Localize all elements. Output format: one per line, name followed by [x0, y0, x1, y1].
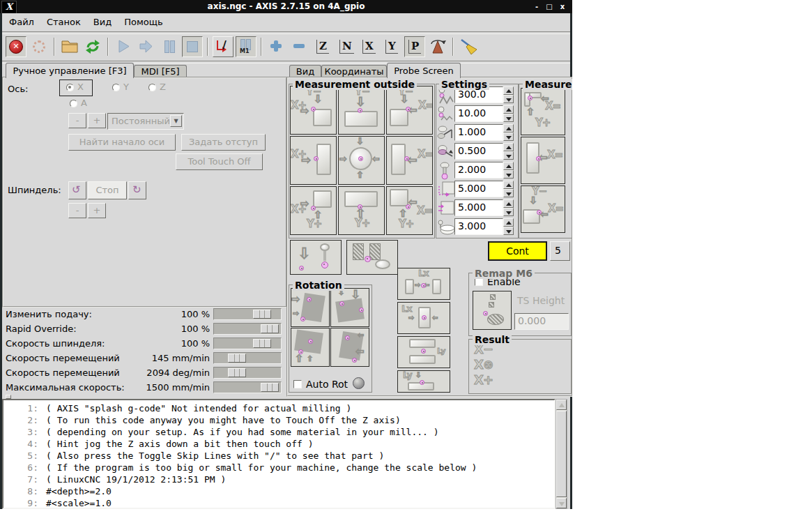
probe-point-icon — [420, 380, 424, 385]
spin-up-button[interactable] — [503, 162, 514, 170]
settings-entry[interactable]: 10.00 — [454, 105, 503, 122]
probe-point-icon — [308, 339, 313, 344]
ts-probe-button[interactable] — [473, 291, 512, 330]
gcode-text-area[interactable]: 1:( AXIS "splash g-code" Not intended fo… — [2, 399, 556, 509]
down-arrow-icon: ⇩ — [298, 246, 310, 262]
spin-down-button[interactable] — [503, 227, 514, 235]
probe-arrow-icon: ⇦ — [432, 314, 438, 321]
probe-xy-clearance-icon — [437, 143, 454, 160]
auto-rot-label: Auto Rot — [306, 379, 348, 390]
probe-outside-corner-xplus-yminus[interactable]: ⇨⇩Y−X+ — [290, 86, 337, 135]
probe-arrow-icon: ⇩ — [415, 372, 421, 379]
spin-down-button[interactable] — [503, 151, 514, 160]
spin-up-button[interactable] — [503, 199, 514, 208]
gcode-scrollbar[interactable] — [556, 399, 567, 509]
spin-down-button[interactable] — [503, 189, 514, 197]
spin-down-button[interactable] — [503, 208, 514, 216]
rotate-right-edge-button[interactable]: ⇦⇦ — [330, 328, 369, 367]
spin-down-button[interactable] — [503, 95, 514, 103]
probe-inside-edge-xminus[interactable]: ⇦X= — [521, 137, 565, 184]
probe-point-icon — [307, 297, 312, 302]
spin-up-button[interactable] — [503, 143, 514, 151]
axis-window: X axis.ngc - AXIS 2.7.15 on 4A_gpio - □ … — [0, 0, 572, 509]
touch-point-icon — [299, 266, 304, 271]
probe-jog-mode-combobox[interactable]: Cont — [488, 241, 547, 261]
rotate-front-edge-button[interactable]: ⇨⇨ — [291, 288, 330, 327]
probe-point-icon — [352, 358, 357, 363]
rotation-arrow-icon: ⇨ — [293, 310, 299, 317]
probe-outside-edge-yplus[interactable]: ⇧Y+ — [338, 186, 385, 235]
probe-outside-center-hole[interactable]: ⇩⇨⇦⇧ — [338, 136, 385, 185]
spin-up-button[interactable] — [503, 218, 514, 227]
length-label: Lx — [401, 304, 412, 313]
tool-length-measure-button[interactable] — [346, 240, 398, 275]
rotation-title: Rotation — [293, 280, 344, 291]
probe-outside-edge-xminus[interactable]: ⇦X= — [386, 136, 433, 185]
gcode-line-number: 8: — [5, 485, 38, 497]
scroll-down-button[interactable] — [556, 498, 567, 508]
rotate-left-edge-button[interactable]: ⇧⇧ — [291, 328, 330, 367]
travel-distance-icon — [437, 199, 454, 217]
gcode-line-text: ( Also press the Toggle Skip Lines with … — [46, 450, 384, 461]
rotate-back-edge-button[interactable]: ⇩⇩ — [330, 288, 369, 327]
length-x-outside-button[interactable]: ⇨⇦Lx — [397, 268, 450, 300]
ts-height-label: TS Height — [517, 295, 565, 306]
probe-outside-corner-xplus-yplus[interactable]: ⇨⇧X+Y+ — [290, 186, 337, 235]
gcode-line-text: #<depth>=2.0 — [46, 486, 112, 497]
spin-up-button[interactable] — [503, 181, 514, 189]
gcode-line-number: 7: — [5, 473, 38, 485]
edge-spinbox[interactable]: 5 — [550, 241, 570, 261]
spin-down-button[interactable] — [503, 132, 514, 141]
settings-entry[interactable]: 3.000 — [454, 218, 503, 235]
gcode-line-text: ( AXIS "splash g-code" Not intended for … — [46, 403, 351, 414]
probe-letter: X= — [547, 150, 562, 160]
probe-outside-corner-xminus-yplus[interactable]: ⇦⇧X=Y+ — [386, 186, 433, 235]
scroll-thumb[interactable] — [556, 411, 567, 497]
probe-point-icon — [358, 156, 363, 161]
settings-entry[interactable]: 2.000 — [454, 162, 503, 179]
ts-dot-icon — [483, 311, 488, 316]
spin-down-button[interactable] — [503, 114, 514, 122]
gcode-line-text: ( If the program is too big or small for… — [46, 462, 477, 473]
length-label: Ly — [403, 371, 412, 379]
settings-entry[interactable]: 1.000 — [454, 124, 503, 141]
probe-ball-icon — [321, 262, 328, 268]
spin-up-button[interactable] — [503, 124, 514, 132]
gcode-line-number: 3: — [5, 426, 38, 438]
length-x-inside-button[interactable]: ⇨⇦Lx — [397, 302, 450, 334]
settings-entry[interactable]: 5.000 — [454, 181, 503, 197]
probe-arrow-icon: ⇩ — [356, 137, 364, 146]
spin-down-button[interactable] — [503, 170, 514, 179]
probe-arrow-icon: ⇧ — [356, 170, 364, 179]
gcode-line-number: 9: — [5, 497, 38, 509]
probe-inside-corner-xminus-yminus[interactable]: ⇩⇦Y−X= — [521, 185, 565, 233]
probe-arrow-icon: ⇨ — [408, 314, 414, 321]
probe-point-icon — [406, 107, 411, 112]
auto-rot-checkbox[interactable] — [293, 380, 302, 388]
probe-outside-corner-xminus-yminus[interactable]: ⇩⇦Y−X= — [386, 86, 433, 135]
ts-height-entry[interactable]: 0.000 — [514, 313, 569, 330]
spin-up-button[interactable] — [503, 86, 514, 95]
settings-entry[interactable]: 0.500 — [454, 143, 503, 160]
desktop: X axis.ngc - AXIS 2.7.15 on 4A_gpio - □ … — [0, 0, 812, 523]
gcode-line: 1:( AXIS "splash g-code" Not intended fo… — [5, 402, 554, 414]
probe-down-button[interactable]: ⇩ — [290, 240, 342, 275]
probe-letter: Y+ — [355, 218, 369, 229]
gcode-line-number: 2: — [5, 414, 38, 426]
probe-letter: X+ — [291, 204, 306, 215]
settings-entry[interactable]: 5.000 — [454, 199, 503, 216]
probe-point-icon — [406, 204, 411, 209]
spin-up-button[interactable] — [503, 105, 514, 114]
probe-z-clearance-icon — [437, 162, 454, 179]
length-y-outside-button[interactable]: Ly — [397, 336, 450, 368]
probe-stem-icon — [323, 251, 326, 261]
probe-point-icon — [536, 156, 541, 161]
probe-letter: Y+ — [535, 118, 550, 128]
probe-inside-corner-xminus-yplus[interactable]: ⇦⇧X=Y+ — [521, 88, 565, 135]
length-y-inside-button[interactable]: ⇩Ly — [397, 370, 450, 393]
probe-outside-edge-yminus[interactable]: ⇩Y− — [338, 86, 385, 135]
probe-point-icon — [421, 349, 426, 354]
probe-point-icon — [300, 317, 305, 321]
probe-outside-edge-xplus[interactable]: ⇨X+ — [290, 136, 337, 185]
scroll-up-button[interactable] — [556, 400, 567, 410]
